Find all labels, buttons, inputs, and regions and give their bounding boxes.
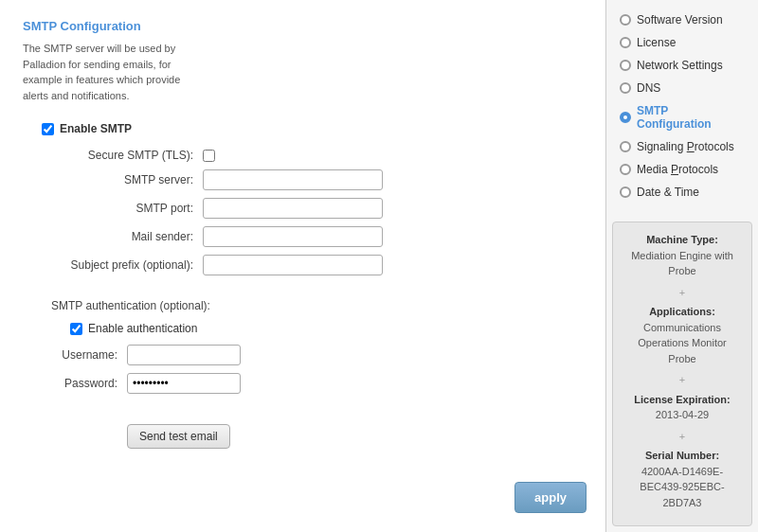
divider-2: + bbox=[621, 372, 744, 388]
send-test-email-button[interactable]: Send test email bbox=[127, 424, 230, 449]
smtp-server-input[interactable]: smtp.gmail.com bbox=[203, 169, 383, 190]
main-content: SMTP Configuration The SMTP server will … bbox=[0, 0, 606, 532]
sidebar-item-smtp-configuration[interactable]: SMTP Configuration bbox=[614, 100, 750, 134]
divider-3: + bbox=[621, 429, 744, 445]
applications-label: Applications: bbox=[621, 304, 744, 320]
sidebar-label-signaling-protocols: Signaling Protocols bbox=[637, 140, 734, 153]
subject-prefix-row: Subject prefix (optional): bbox=[51, 255, 583, 275]
mail-sender-input[interactable]: palladion@acme.packet bbox=[203, 226, 383, 247]
sidebar-item-dns[interactable]: DNS bbox=[614, 78, 750, 98]
machine-type-value: Mediation Engine with Probe bbox=[621, 248, 744, 279]
serial-number-row: Serial Number: 4200AA-D1469E-BEC439-925E… bbox=[621, 448, 744, 510]
enable-auth-row: Enable authentication bbox=[70, 322, 583, 335]
applications-value: Communications Operations Monitor bbox=[621, 320, 744, 351]
enable-smtp-row: Enable SMTP bbox=[42, 122, 583, 135]
nav-radio-license bbox=[620, 37, 631, 48]
auth-section-label: SMTP authentication (optional): bbox=[51, 299, 583, 312]
smtp-server-row: SMTP server: smtp.gmail.com bbox=[51, 169, 583, 190]
sidebar-label-media-protocols: Media Protocols bbox=[637, 163, 718, 176]
enable-smtp-checkbox[interactable] bbox=[42, 123, 54, 135]
sidebar-item-signaling-protocols[interactable]: Signaling Protocols bbox=[614, 136, 750, 157]
sidebar-item-media-protocols[interactable]: Media Protocols bbox=[614, 159, 750, 180]
password-row: Password: bbox=[51, 373, 583, 394]
sidebar-item-license[interactable]: License bbox=[614, 32, 750, 53]
serial-number-label: Serial Number: bbox=[621, 448, 744, 464]
nav-radio-date-time bbox=[620, 186, 631, 198]
smtp-server-label: SMTP server: bbox=[51, 173, 203, 186]
applications-extra: Probe bbox=[621, 351, 744, 367]
nav-radio-signaling-protocols bbox=[620, 141, 631, 152]
username-input[interactable]: palladion bbox=[127, 345, 241, 365]
sidebar-label-network-settings: Network Settings bbox=[637, 59, 723, 72]
subject-prefix-input[interactable] bbox=[203, 255, 383, 275]
page-title: SMTP Configuration bbox=[23, 19, 583, 33]
smtp-form: Enable SMTP Secure SMTP (TLS): SMTP serv… bbox=[32, 122, 583, 449]
nav-radio-smtp-configuration bbox=[620, 112, 631, 123]
license-expiration-value: 2013-04-29 bbox=[621, 407, 744, 423]
page-description: The SMTP server will be used by Palladio… bbox=[23, 41, 193, 103]
username-label: Username: bbox=[51, 348, 127, 362]
sidebar-label-smtp-configuration: SMTP Configuration bbox=[637, 104, 745, 131]
smtp-port-row: SMTP port: 425 bbox=[51, 198, 583, 219]
password-input[interactable] bbox=[127, 373, 241, 394]
sidebar-label-software-version: Software Version bbox=[637, 13, 723, 27]
subject-prefix-label: Subject prefix (optional): bbox=[51, 258, 203, 272]
sidebar-label-dns: DNS bbox=[637, 81, 660, 95]
password-label: Password: bbox=[51, 377, 127, 390]
nav-radio-media-protocols bbox=[620, 164, 631, 175]
serial-number-value: 4200AA-D1469E-BEC439-925EBC-2BD7A3 bbox=[621, 464, 744, 511]
nav-radio-dns bbox=[620, 82, 631, 94]
sidebar-item-network-settings[interactable]: Network Settings bbox=[614, 55, 750, 76]
license-expiration-label: License Expiration: bbox=[621, 392, 744, 408]
enable-auth-checkbox[interactable] bbox=[70, 323, 82, 335]
apply-button[interactable]: apply bbox=[514, 482, 587, 513]
sidebar-item-date-time[interactable]: Date & Time bbox=[614, 182, 750, 203]
license-expiration-row: License Expiration: 2013-04-29 bbox=[621, 392, 744, 423]
mail-sender-label: Mail sender: bbox=[51, 230, 203, 243]
divider-1: + bbox=[621, 285, 744, 301]
sidebar: Software Version License Network Setting… bbox=[606, 0, 758, 532]
secure-smtp-row: Secure SMTP (TLS): bbox=[51, 149, 583, 162]
apply-btn-container: apply bbox=[514, 482, 587, 513]
sidebar-label-license: License bbox=[637, 36, 676, 49]
nav-radio-network-settings bbox=[620, 60, 631, 71]
info-box: Machine Type: Mediation Engine with Prob… bbox=[612, 222, 752, 526]
smtp-port-input[interactable]: 425 bbox=[203, 198, 383, 219]
smtp-port-label: SMTP port: bbox=[51, 202, 203, 215]
machine-type-row: Machine Type: Mediation Engine with Prob… bbox=[621, 232, 744, 279]
applications-row: Applications: Communications Operations … bbox=[621, 304, 744, 366]
machine-type-label: Machine Type: bbox=[621, 232, 744, 248]
mail-sender-row: Mail sender: palladion@acme.packet bbox=[51, 226, 583, 247]
enable-auth-label: Enable authentication bbox=[88, 322, 197, 335]
sidebar-label-date-time: Date & Time bbox=[637, 186, 699, 199]
sidebar-item-software-version[interactable]: Software Version bbox=[614, 9, 750, 30]
nav-section: Software Version License Network Setting… bbox=[606, 0, 758, 214]
secure-smtp-checkbox[interactable] bbox=[203, 150, 215, 162]
nav-radio-software-version bbox=[620, 14, 631, 26]
username-row: Username: palladion bbox=[51, 345, 583, 365]
secure-smtp-label: Secure SMTP (TLS): bbox=[51, 149, 203, 162]
enable-smtp-label: Enable SMTP bbox=[60, 122, 132, 135]
